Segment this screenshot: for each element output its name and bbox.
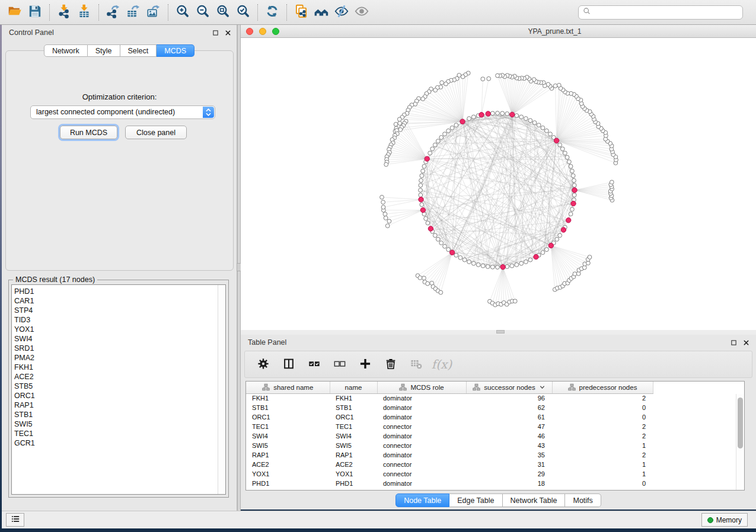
graph-node[interactable] bbox=[436, 139, 440, 143]
graph-mcds-node[interactable] bbox=[510, 112, 515, 117]
mcds-result-item[interactable]: CAR1 bbox=[14, 296, 225, 306]
graph-mcds-node[interactable] bbox=[419, 197, 423, 202]
graph-node[interactable] bbox=[419, 193, 423, 197]
graph-node[interactable] bbox=[467, 260, 471, 264]
horizontal-splitter-handle[interactable] bbox=[496, 330, 505, 334]
graph-node[interactable] bbox=[433, 88, 438, 92]
table-cell-shared_name[interactable]: STB1 bbox=[246, 403, 330, 412]
run-mcds-button[interactable]: Run MCDS bbox=[60, 126, 117, 139]
tab-select[interactable]: Select bbox=[120, 44, 157, 57]
mcds-list-scrollbar[interactable] bbox=[218, 285, 225, 494]
tab-network-table[interactable]: Network Table bbox=[503, 493, 566, 507]
table-cell-successor_nodes[interactable]: 29 bbox=[466, 469, 552, 479]
table-cell-mcds_role[interactable]: dominator bbox=[377, 412, 466, 422]
table-cell-successor_nodes[interactable]: 31 bbox=[466, 460, 552, 469]
table-cell-name[interactable]: RAP1 bbox=[330, 450, 377, 460]
table-row[interactable]: PHD1PHD1dominator180 bbox=[246, 479, 744, 488]
mcds-result-item[interactable]: GCR1 bbox=[14, 438, 225, 448]
table-cell-mcds_role[interactable]: dominator bbox=[377, 479, 466, 488]
memory-button[interactable]: Memory bbox=[701, 513, 748, 527]
float-window-icon[interactable] bbox=[211, 28, 219, 37]
table-cell-predecessor_nodes[interactable]: 2 bbox=[552, 450, 653, 460]
graph-node[interactable] bbox=[433, 233, 437, 238]
graph-node[interactable] bbox=[454, 253, 458, 257]
search-input[interactable] bbox=[594, 7, 742, 18]
graph-node[interactable] bbox=[436, 238, 440, 242]
graph-mcds-node[interactable] bbox=[460, 119, 465, 124]
criterion-dropdown[interactable]: largest connected component (undirected) bbox=[30, 105, 215, 119]
delete-row-button[interactable] bbox=[383, 357, 398, 372]
graph-node[interactable] bbox=[385, 224, 390, 228]
graph-node[interactable] bbox=[560, 147, 564, 151]
select-all-rows-button[interactable] bbox=[307, 357, 322, 372]
graph-mcds-node[interactable] bbox=[449, 250, 454, 255]
graph-node[interactable] bbox=[446, 248, 451, 252]
show-columns-button[interactable] bbox=[281, 357, 296, 372]
list-menu-button[interactable] bbox=[6, 513, 24, 527]
graph-node[interactable] bbox=[515, 263, 519, 267]
table-cell-mcds_role[interactable]: connector bbox=[377, 441, 466, 450]
table-cell-shared_name[interactable]: RAP1 bbox=[246, 450, 330, 460]
graph-node[interactable] bbox=[476, 263, 480, 267]
tab-node-table[interactable]: Node Table bbox=[395, 493, 449, 507]
table-cell-mcds_role[interactable]: connector bbox=[377, 469, 466, 479]
graph-node[interactable] bbox=[572, 183, 576, 187]
table-cell-successor_nodes[interactable]: 47 bbox=[466, 422, 552, 431]
table-cell-name[interactable]: TEC1 bbox=[330, 422, 377, 431]
clone-network-button[interactable] bbox=[291, 3, 311, 22]
import-table-button[interactable] bbox=[74, 3, 94, 22]
graph-node[interactable] bbox=[524, 117, 528, 121]
graph-node[interactable] bbox=[555, 238, 559, 242]
graph-node[interactable] bbox=[420, 203, 424, 207]
graph-node[interactable] bbox=[481, 77, 485, 81]
graph-node[interactable] bbox=[394, 122, 398, 126]
table-cell-mcds_role[interactable]: dominator bbox=[377, 393, 466, 403]
graph-node[interactable] bbox=[421, 97, 425, 101]
table-row[interactable]: RAP1RAP1dominator352 bbox=[246, 450, 744, 460]
column-header-MCDS-role[interactable]: MCDS role bbox=[377, 382, 466, 393]
unselect-all-rows-button[interactable] bbox=[332, 357, 347, 372]
graph-node[interactable] bbox=[419, 178, 423, 182]
mcds-result-item[interactable]: STP4 bbox=[14, 306, 225, 315]
graph-node[interactable] bbox=[381, 200, 385, 204]
table-cell-shared_name[interactable]: TEC1 bbox=[246, 422, 330, 431]
mcds-result-item[interactable]: ORC1 bbox=[14, 391, 225, 400]
table-cell-predecessor_nodes[interactable]: 0 bbox=[552, 412, 653, 422]
table-cell-shared_name[interactable]: FKH1 bbox=[246, 393, 330, 403]
tab-motifs[interactable]: Motifs bbox=[565, 493, 601, 507]
tab-mcds[interactable]: MCDS bbox=[157, 44, 194, 57]
graph-node[interactable] bbox=[513, 299, 517, 303]
graph-node[interactable] bbox=[558, 233, 562, 238]
graph-node[interactable] bbox=[422, 164, 426, 168]
horizontal-splitter[interactable] bbox=[241, 330, 756, 335]
table-cell-successor_nodes[interactable]: 96 bbox=[466, 393, 552, 403]
graph-node[interactable] bbox=[537, 123, 541, 127]
graph-node[interactable] bbox=[505, 112, 509, 116]
graph-node[interactable] bbox=[558, 143, 562, 147]
tab-edge-table[interactable]: Edge Table bbox=[449, 493, 502, 507]
graph-node[interactable] bbox=[433, 143, 437, 147]
mcds-result-item[interactable]: SWI4 bbox=[14, 334, 225, 344]
table-cell-name[interactable]: YOX1 bbox=[330, 469, 377, 479]
graph-node[interactable] bbox=[419, 183, 423, 187]
table-row[interactable]: YOX1YOX1connector291 bbox=[246, 469, 744, 479]
graph-node[interactable] bbox=[481, 264, 485, 268]
zoom-selected-button[interactable] bbox=[233, 3, 253, 22]
table-cell-predecessor_nodes[interactable]: 2 bbox=[552, 422, 653, 431]
graph-node[interactable] bbox=[461, 75, 465, 79]
graph-node[interactable] bbox=[421, 169, 425, 173]
graph-node[interactable] bbox=[397, 117, 401, 121]
graph-node[interactable] bbox=[383, 212, 387, 216]
graph-node[interactable] bbox=[426, 281, 430, 286]
mcds-result-item[interactable]: RAP1 bbox=[14, 400, 225, 410]
graph-node[interactable] bbox=[553, 84, 557, 88]
network-canvas[interactable] bbox=[241, 38, 756, 330]
tab-network[interactable]: Network bbox=[44, 44, 88, 57]
table-cell-predecessor_nodes[interactable]: 0 bbox=[552, 403, 653, 412]
first-neighbors-button[interactable] bbox=[311, 3, 331, 22]
table-cell-shared_name[interactable]: PHD1 bbox=[246, 479, 330, 488]
export-image-button[interactable] bbox=[143, 3, 164, 22]
table-options-gear-button[interactable] bbox=[256, 357, 271, 372]
graph-node[interactable] bbox=[610, 180, 614, 184]
graph-node[interactable] bbox=[528, 258, 532, 262]
